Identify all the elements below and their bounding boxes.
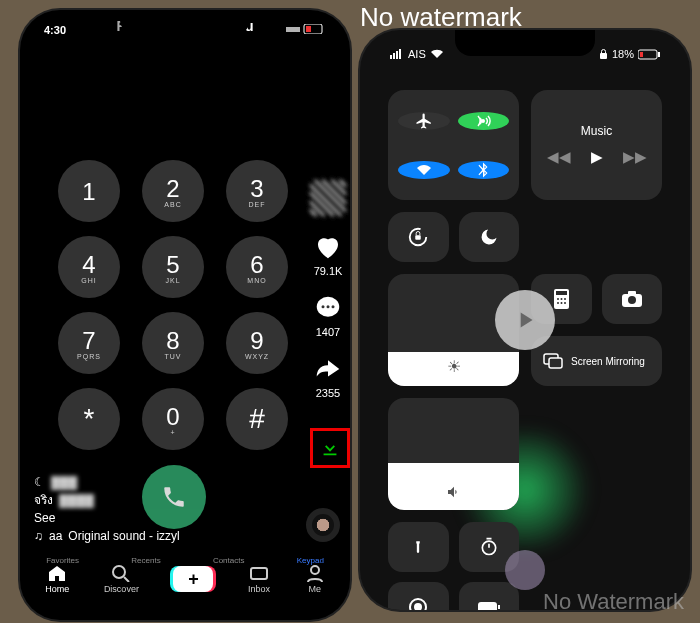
airplane-toggle[interactable] — [398, 112, 450, 130]
comment-icon[interactable] — [313, 293, 343, 323]
screen-record[interactable] — [388, 582, 449, 610]
svg-rect-11 — [390, 55, 392, 59]
mirror-label: Screen Mirroring — [571, 356, 645, 367]
share-icon[interactable] — [313, 354, 343, 384]
music-tile[interactable]: Music ◀◀ ▶ ▶▶ — [531, 90, 662, 200]
key-1[interactable]: 1 — [58, 160, 120, 222]
moon-icon — [479, 227, 499, 247]
share-count: 2355 — [316, 387, 340, 399]
lock-icon — [599, 49, 608, 60]
svg-point-24 — [482, 541, 495, 554]
volume-icon — [445, 484, 463, 500]
tab-home[interactable]: Home — [45, 564, 69, 594]
key-0[interactable]: 0+ — [142, 388, 204, 450]
key-3[interactable]: 3DEF — [226, 160, 288, 222]
create-button[interactable]: + — [173, 566, 213, 592]
svg-point-41 — [628, 296, 636, 304]
svg-rect-9 — [251, 568, 267, 579]
key-hash[interactable]: # — [226, 388, 288, 450]
connectivity-tile[interactable] — [388, 90, 519, 200]
key-2[interactable]: 2ABC — [142, 160, 204, 222]
home-indicator-glow — [505, 550, 545, 590]
svg-point-28 — [414, 603, 422, 610]
tab-inbox[interactable]: Inbox — [248, 564, 270, 594]
svg-point-34 — [560, 298, 562, 300]
svg-rect-23 — [549, 358, 562, 368]
music-note-icon: ♫ — [34, 527, 43, 545]
key-4[interactable]: 4GHI — [58, 236, 120, 298]
calculator-icon — [554, 289, 569, 309]
battery-icon — [477, 600, 501, 610]
status-indicators — [286, 24, 326, 36]
music-label: Music — [581, 124, 612, 138]
svg-rect-17 — [640, 52, 643, 57]
flashlight[interactable] — [388, 522, 449, 572]
svg-rect-12 — [393, 53, 395, 59]
left-panel: Following For You 4:30 1 2ABC 3DEF 4GHI … — [0, 0, 350, 623]
svg-rect-40 — [628, 291, 636, 295]
watermark-bottom: No Watermark — [543, 589, 684, 615]
airplane-icon — [415, 112, 433, 130]
svg-point-5 — [327, 305, 330, 308]
status-bar-right: AIS 18% — [360, 44, 690, 64]
key-6[interactable]: 6MNO — [226, 236, 288, 298]
username[interactable]: จริง — [34, 491, 53, 509]
wifi-toggle[interactable] — [398, 161, 450, 179]
play-icon — [512, 307, 538, 333]
screen-mirroring[interactable]: Screen Mirroring — [531, 336, 662, 386]
camera-icon — [621, 291, 643, 307]
tab-discover[interactable]: Discover — [104, 564, 139, 594]
svg-point-6 — [332, 305, 335, 308]
svg-point-36 — [557, 302, 559, 304]
key-5[interactable]: 5JKL — [142, 236, 204, 298]
tab-me[interactable]: Me — [305, 564, 325, 594]
battery-icon — [638, 49, 660, 60]
do-not-disturb[interactable] — [459, 212, 520, 262]
svg-point-38 — [564, 302, 566, 304]
lock-rotation-icon — [407, 226, 429, 248]
wifi-icon — [430, 49, 444, 59]
orientation-lock[interactable] — [388, 212, 449, 262]
cellular-icon — [474, 112, 492, 130]
wifi-icon — [415, 161, 433, 179]
caption: See — [34, 509, 55, 527]
svg-rect-15 — [600, 53, 607, 59]
svg-point-7 — [113, 566, 125, 578]
status-bar-left: 4:30 — [20, 18, 350, 42]
key-9[interactable]: 9WXYZ — [226, 312, 288, 374]
inbox-icon — [249, 564, 269, 582]
music-disc[interactable] — [306, 508, 340, 542]
video-play-overlay[interactable] — [495, 290, 555, 350]
dialer-keypad: 1 2ABC 3DEF 4GHI 5JKL 6MNO 7PQRS 8TUV 9W… — [58, 160, 288, 450]
key-8[interactable]: 8TUV — [142, 312, 204, 374]
download-arrow-icon — [319, 437, 341, 459]
music-prefix: aa — [49, 527, 62, 545]
phone-right: AIS 18% Music ◀◀ ▶ ▶▶ — [360, 30, 690, 610]
prev-icon[interactable]: ◀◀ — [547, 148, 571, 166]
avatar-blurred[interactable] — [310, 180, 346, 216]
bluetooth-toggle[interactable] — [458, 161, 510, 179]
signal-icon — [390, 49, 404, 59]
phone-left: Following For You 4:30 1 2ABC 3DEF 4GHI … — [20, 10, 350, 620]
cellular-toggle[interactable] — [458, 112, 510, 130]
key-star[interactable]: * — [58, 388, 120, 450]
svg-rect-2 — [306, 26, 311, 32]
music-title[interactable]: Original sound - izzyl — [68, 527, 179, 545]
control-center: Music ◀◀ ▶ ▶▶ ☀ Screen Mirroring — [388, 90, 662, 610]
download-highlight[interactable] — [310, 428, 350, 468]
svg-rect-0 — [286, 27, 300, 32]
svg-rect-21 — [416, 235, 422, 240]
heart-icon[interactable] — [313, 232, 343, 262]
low-power[interactable] — [459, 582, 520, 610]
search-icon — [111, 564, 131, 582]
next-icon[interactable]: ▶▶ — [623, 148, 647, 166]
volume-slider[interactable] — [388, 398, 519, 510]
svg-rect-32 — [556, 291, 567, 295]
svg-point-33 — [557, 298, 559, 300]
play-icon[interactable]: ▶ — [591, 148, 603, 166]
key-7[interactable]: 7PQRS — [58, 312, 120, 374]
svg-rect-29 — [478, 602, 497, 610]
svg-rect-13 — [396, 51, 398, 59]
camera[interactable] — [602, 274, 663, 324]
profile-icon — [305, 564, 325, 582]
